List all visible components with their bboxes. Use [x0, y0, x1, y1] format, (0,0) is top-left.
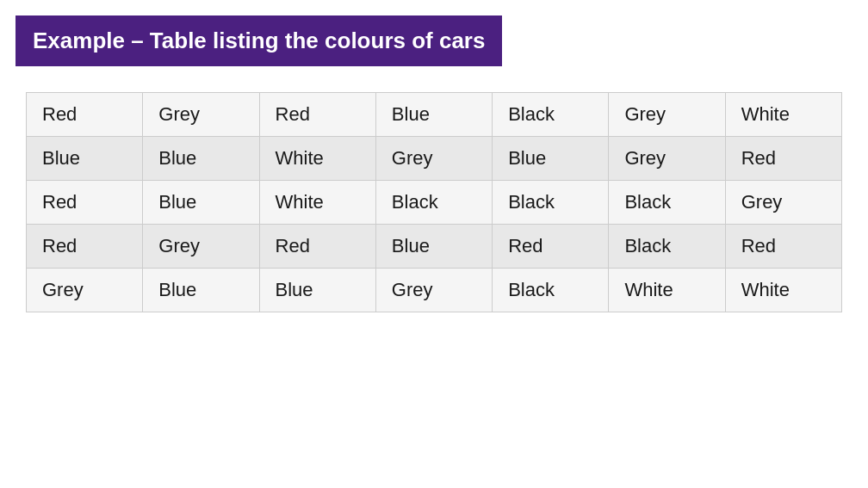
table-row: BlueBlueWhiteGreyBlueGreyRed — [27, 137, 842, 181]
table-row: RedGreyRedBlueBlackGreyWhite — [27, 93, 842, 137]
table-cell: Red — [259, 225, 375, 269]
table-container: RedGreyRedBlueBlackGreyWhiteBlueBlueWhit… — [26, 92, 842, 312]
table-cell: Grey — [143, 93, 259, 137]
table-cell: Grey — [375, 269, 492, 312]
table-cell: Black — [493, 181, 609, 225]
table-row: RedGreyRedBlueRedBlackRed — [27, 225, 842, 269]
title-banner: Example – Table listing the colours of c… — [16, 15, 502, 66]
table-cell: Blue — [143, 269, 259, 312]
table-cell: Red — [27, 225, 143, 269]
table-cell: Grey — [143, 225, 259, 269]
table-cell: Red — [259, 93, 375, 137]
table-cell: White — [259, 181, 375, 225]
colours-table: RedGreyRedBlueBlackGreyWhiteBlueBlueWhit… — [26, 92, 842, 312]
table-cell: Red — [27, 181, 143, 225]
table-cell: Red — [725, 225, 841, 269]
table-cell: Grey — [725, 181, 841, 225]
table-cell: White — [725, 269, 841, 312]
table-cell: Blue — [375, 93, 492, 137]
table-cell: Grey — [609, 137, 725, 181]
table-cell: Red — [27, 93, 143, 137]
table-cell: Red — [493, 225, 609, 269]
table-cell: Blue — [493, 137, 609, 181]
table-cell: Blue — [259, 269, 375, 312]
table-cell: Grey — [375, 137, 492, 181]
table-cell: Blue — [143, 137, 259, 181]
table-cell: Grey — [27, 269, 143, 312]
table-cell: White — [725, 93, 841, 137]
table-cell: Black — [609, 225, 725, 269]
table-cell: Black — [493, 269, 609, 312]
table-row: RedBlueWhiteBlackBlackBlackGrey — [27, 181, 842, 225]
page-title: Example – Table listing the colours of c… — [33, 28, 485, 53]
table-cell: Black — [609, 181, 725, 225]
table-row: GreyBlueBlueGreyBlackWhiteWhite — [27, 269, 842, 312]
table-cell: Blue — [375, 225, 492, 269]
table-cell: White — [259, 137, 375, 181]
table-cell: White — [609, 269, 725, 312]
table-cell: Blue — [143, 181, 259, 225]
table-cell: Blue — [27, 137, 143, 181]
table-cell: Black — [493, 93, 609, 137]
table-cell: Black — [375, 181, 492, 225]
table-cell: Grey — [609, 93, 725, 137]
table-cell: Red — [725, 137, 841, 181]
